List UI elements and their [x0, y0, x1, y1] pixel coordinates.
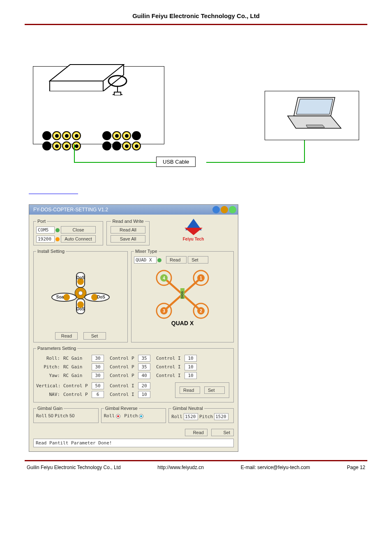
read-write-fieldset: Read and Write Read All Save All	[106, 219, 150, 245]
gimbal-neutral-roll-input[interactable]: 1520	[184, 413, 198, 420]
svg-marker-6	[296, 99, 333, 114]
port-legend: Port	[36, 219, 47, 224]
svg-text:4: 4	[163, 276, 165, 280]
gimbal-gain-legend: Gimbal Gain	[36, 406, 64, 411]
window-title: FY-DOS-COPTER-SETTING V1.2	[31, 207, 108, 213]
svg-text:DoS: DoS	[97, 295, 105, 299]
feiyu-logo-icon	[183, 219, 204, 236]
svg-marker-8	[306, 125, 325, 127]
param-row-pitch: Pitch: RC Gain30 Control P35 Control I10	[36, 363, 231, 370]
close-button[interactable]: Close	[61, 226, 96, 234]
connection-diagram: USB Cable	[25, 50, 367, 173]
maximize-icon[interactable]	[221, 206, 228, 213]
svg-text:DoS: DoS	[76, 307, 85, 311]
yaw-rcgain-input[interactable]: 30	[92, 372, 104, 379]
svg-point-17	[63, 294, 70, 301]
svg-text:2: 2	[200, 309, 202, 313]
mixer-read-button[interactable]: Read	[166, 256, 187, 264]
footer-company: Guilin Feiyu Electronic Technology Co., …	[27, 465, 121, 470]
laptop-icon	[281, 95, 343, 132]
params-read-button[interactable]: Read	[180, 386, 200, 394]
read-all-button[interactable]: Read All	[111, 226, 145, 234]
params-set-button[interactable]: Set	[204, 386, 225, 394]
page-title: Guilin Feiyu Electronic Technology Co., …	[132, 12, 260, 19]
mixer-set-button[interactable]: Set	[188, 256, 208, 264]
footer: Guilin Feiyu Electronic Technology Co., …	[25, 465, 367, 470]
global-read-button[interactable]: Read	[185, 429, 208, 436]
divider-top	[25, 24, 367, 25]
install-legend: Install Setting	[36, 249, 66, 254]
titlebar: FY-DOS-COPTER-SETTING V1.2	[29, 205, 238, 215]
usb-cable-label: USB Cable	[156, 157, 196, 167]
param-row-vertical: Vertical: Control P50 Control I20	[36, 382, 175, 389]
gimbal-neutral-legend: Gimbal Neutral	[171, 406, 204, 411]
pitch-controli-input[interactable]: 10	[184, 363, 197, 370]
footer-email: E-mail: service@feiyu-tech.com	[241, 465, 310, 470]
svg-rect-4	[114, 92, 121, 95]
status-bar: Read Pantilt Parameter Done!	[33, 439, 234, 447]
roll-rcgain-input[interactable]: 30	[92, 355, 104, 362]
svg-point-3	[108, 76, 127, 86]
yaw-controlp-input[interactable]: 40	[138, 372, 150, 379]
status-dot-icon	[55, 228, 60, 232]
nav-controlp-input[interactable]: 6	[92, 391, 104, 398]
divider-bottom	[25, 460, 367, 461]
gimbal-neutral-pitch-input[interactable]: 1520	[214, 413, 228, 420]
svg-text:DOS: DOS	[180, 291, 184, 298]
pitch-controlp-input[interactable]: 35	[138, 363, 150, 370]
minimize-icon[interactable]	[212, 206, 220, 213]
svg-text:DoS: DoS	[76, 275, 85, 280]
vertical-controlp-input[interactable]: 50	[92, 382, 104, 389]
yaw-controli-input[interactable]: 10	[184, 372, 197, 379]
global-set-button[interactable]: Set	[211, 429, 234, 436]
status-dot-icon	[55, 237, 60, 241]
gimbal-reverse-roll-radio[interactable]	[116, 414, 120, 419]
install-setting-fieldset: Install Setting DoS DoS	[33, 249, 128, 342]
app-window: FY-DOS-COPTER-SETTING V1.2 Port COM5 Clo…	[29, 204, 238, 452]
gimbal-gain-fieldset: Gimbal Gain Roll 50 Pitch 50	[33, 406, 99, 423]
com-select[interactable]: COM5	[36, 227, 55, 234]
device-box	[33, 66, 164, 144]
gimbal-reverse-pitch-radio[interactable]	[139, 414, 143, 419]
footer-page: Page 12	[347, 465, 365, 470]
logo-area: Feiyu Tech	[153, 219, 234, 249]
roll-controli-input[interactable]: 10	[184, 355, 197, 362]
svg-text:QUAD X: QUAD X	[171, 320, 194, 326]
svg-text:1: 1	[200, 276, 202, 280]
svg-point-10	[78, 291, 83, 295]
footer-url: http://www.feiyudz.cn	[157, 465, 204, 470]
baud-select[interactable]: 19200	[36, 236, 55, 243]
gimbal-reverse-legend: Gimbal Reverse	[104, 406, 139, 411]
pitch-rcgain-input[interactable]: 30	[92, 363, 104, 370]
plane-orientation-icon: DoS DoS Soa DoS	[44, 256, 118, 330]
gimbal-reverse-fieldset: Gimbal Reverse Roll Pitch	[101, 406, 166, 423]
svg-text:Soa: Soa	[56, 295, 64, 299]
param-row-nav: NAV: Control P6 Control I10	[36, 391, 175, 398]
vertical-controli-input[interactable]: 20	[138, 382, 150, 389]
port-fieldset: Port COM5 Close 19200 Auto Connect	[33, 219, 103, 245]
mixer-type-fieldset: Mixer Type QUAD X Read Set 4	[131, 249, 234, 342]
gimbal-neutral-fieldset: Gimbal Neutral Roll 1520 Pitch 1520	[168, 406, 234, 423]
mixer-legend: Mixer Type	[134, 249, 159, 254]
quad-x-icon: 4 1 3 2 DOS QUAD X	[145, 264, 219, 327]
install-read-button[interactable]: Read	[55, 332, 78, 340]
parameters-fieldset: Parameters Setting Roll: RC Gain30 Contr…	[33, 346, 234, 402]
close-icon[interactable]	[229, 206, 236, 213]
auto-connect-button[interactable]: Auto Connect	[61, 235, 96, 243]
link-placeholder	[29, 194, 78, 194]
param-row-roll: Roll: RC Gain30 Control P35 Control I10	[36, 355, 231, 362]
rw-legend: Read and Write	[111, 219, 145, 224]
laptop-box	[265, 91, 359, 140]
svg-text:3: 3	[163, 309, 165, 313]
save-all-button[interactable]: Save All	[111, 235, 145, 243]
nav-controli-input[interactable]: 10	[138, 391, 150, 398]
gimbal-gain-roll-input[interactable]: 50	[48, 413, 53, 418]
status-dot-icon	[157, 258, 161, 262]
install-set-button[interactable]: Set	[83, 332, 106, 340]
mixer-select[interactable]: QUAD X	[134, 257, 157, 264]
roll-controlp-input[interactable]: 35	[138, 355, 150, 362]
gimbal-gain-pitch-input[interactable]: 50	[69, 413, 74, 418]
logo-text: Feiyu Tech	[153, 237, 234, 241]
params-legend: Parameters Setting	[36, 346, 77, 351]
usb-plug-icon	[105, 75, 130, 95]
